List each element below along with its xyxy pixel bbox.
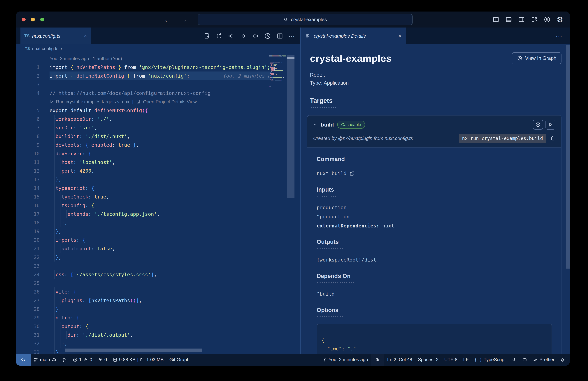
blame-line[interactable]: You, 3 minutes ago | 1 author (You) (16, 54, 270, 63)
code-line[interactable]: 20 imports: { (16, 236, 270, 244)
code-editor[interactable]: You, 3 minutes ago | 1 author (You)1impo… (16, 53, 300, 354)
notifications-status[interactable] (557, 354, 570, 366)
target-card-header[interactable]: build Cacheable (307, 115, 561, 148)
code-line[interactable]: 25 (16, 279, 270, 288)
external-link-icon[interactable] (349, 171, 355, 176)
code-line[interactable]: 6 workspaceDir: './', (16, 115, 270, 123)
code-line[interactable]: 3 (16, 80, 270, 89)
eol-status[interactable]: LF (460, 354, 472, 366)
indentation-status[interactable]: Spaces: 2 (415, 354, 441, 366)
code-line[interactable]: 22 }, (16, 253, 270, 262)
split-editor-icon[interactable] (276, 32, 283, 40)
back-arrow-icon[interactable]: ← (164, 16, 171, 23)
indent-guide (66, 331, 67, 339)
minimap-line (269, 87, 286, 87)
zoom-status[interactable] (371, 354, 384, 366)
forward-arrow-icon[interactable]: → (180, 16, 187, 23)
remote-indicator[interactable] (16, 354, 31, 366)
code-line[interactable]: 9 devtools: { enabled: true }, (16, 141, 270, 149)
close-tab-icon[interactable]: × (84, 33, 87, 39)
code-line[interactable]: 10 devServer: { (16, 149, 270, 158)
code-line[interactable]: 17 extends: './tsconfig.app.json', (16, 210, 270, 218)
code-line[interactable]: 18 }, (16, 218, 270, 227)
vertical-scrollbar[interactable] (287, 55, 294, 198)
copilot-icon (522, 357, 527, 362)
code-line[interactable]: 12 port: 4200, (16, 166, 270, 175)
panel-more-actions-icon[interactable]: ⋯ (556, 27, 563, 44)
zoom-window-button[interactable] (40, 18, 44, 22)
horizontal-scrollbar[interactable] (65, 349, 202, 352)
code-line[interactable]: 5export default defineNuxtConfig({ (16, 106, 270, 115)
source-control-graph-button[interactable] (59, 354, 70, 366)
file-size-status[interactable]: 9.88 KB | 1.03 MB (110, 354, 167, 366)
toggle-panel-icon[interactable] (505, 16, 512, 23)
options-json-block[interactable]: { "cwd": "."} (317, 324, 552, 354)
nx-run-command-chip[interactable]: nx run crystal-examples:build (459, 134, 546, 143)
ports-status[interactable]: 0 (95, 354, 110, 366)
collapse-chevron-icon[interactable] (313, 123, 317, 127)
tab-project-details[interactable]: crystal-examples Details × (301, 27, 406, 44)
problems-status[interactable]: 1 0 (70, 354, 95, 366)
run-target-button[interactable] (546, 120, 555, 130)
command-center-search[interactable]: crystal-examples (198, 14, 413, 25)
previous-change-icon[interactable] (228, 32, 235, 40)
code-line[interactable]: 27 plugins: [nxViteTsPaths()], (16, 296, 270, 305)
settings-gear-icon[interactable]: ⚙ (556, 16, 563, 23)
copy-icon[interactable] (550, 136, 555, 141)
toggle-primary-sidebar-icon[interactable] (492, 16, 500, 23)
code-line[interactable]: 8 buildDir: './dist/.nuxt', (16, 132, 270, 141)
language-mode-status[interactable]: { } TypeScript (472, 354, 509, 366)
next-change-icon[interactable] (252, 32, 259, 40)
customize-layout-icon[interactable] (531, 16, 538, 23)
timeline-history-icon[interactable] (264, 32, 271, 40)
view-in-graph-button[interactable]: View In Graph (512, 52, 562, 64)
panel-scrollbar[interactable] (566, 45, 570, 269)
line-content: You, 3 minutes ago | 1 author (You) (49, 54, 270, 63)
toggle-secondary-sidebar-icon[interactable] (518, 16, 525, 23)
breadcrumb-file[interactable]: nuxt.config.ts (32, 46, 59, 51)
cursor-position-status[interactable]: Ln 2, Col 48 (384, 354, 415, 366)
blame-status[interactable]: You, 2 minutes ago (319, 354, 371, 366)
code-line[interactable]: 1import { nxViteTsPaths } from '@nx/vite… (16, 63, 270, 71)
code-line[interactable]: 2import { defineNuxtConfig } from 'nuxt/… (16, 71, 270, 80)
code-line[interactable]: 13 }, (16, 175, 270, 184)
refresh-icon[interactable] (215, 32, 223, 40)
code-line[interactable]: 15 typeCheck: true, (16, 192, 270, 201)
code-line[interactable]: 31 dir: './dist/.output', (16, 331, 270, 339)
code-line[interactable]: 7 srcDir: 'src', (16, 123, 270, 132)
code-line[interactable]: 21 autoImport: false, (16, 244, 270, 253)
tab-nuxt-config[interactable]: TS nuxt.config.ts × (21, 27, 91, 44)
code-line[interactable]: 30 output: { (16, 322, 270, 331)
lens-line[interactable]: Run crystal-examples targets via nx|Open… (16, 97, 270, 106)
code-line[interactable]: 32 }, (16, 339, 270, 348)
git-branch-status[interactable]: main (31, 354, 59, 366)
breadcrumb-more[interactable]: ... (64, 46, 68, 51)
gitlens-status[interactable] (509, 354, 519, 366)
code-line[interactable]: 26 vite: { (16, 288, 270, 296)
code-line[interactable]: 11 host: 'localhost', (16, 158, 270, 166)
code-line[interactable]: 14 typescript: { (16, 184, 270, 192)
code-line[interactable]: 19 }, (16, 227, 270, 236)
code-line[interactable]: 23 (16, 262, 270, 270)
minimap-line (269, 66, 286, 66)
minimize-window-button[interactable] (31, 18, 35, 22)
code-line[interactable]: 16 tsConfig: { (16, 201, 270, 210)
code-line[interactable]: 24 css: ['~/assets/css/styles.scss'], (16, 270, 270, 279)
code-line[interactable]: 28 }, (16, 305, 270, 313)
encoding-status[interactable]: UTF-8 (441, 354, 460, 366)
breadcrumb[interactable]: TS nuxt.config.ts › ... (16, 44, 300, 53)
more-actions-icon[interactable]: ⋯ (288, 32, 295, 40)
open-changes-icon[interactable] (203, 32, 210, 40)
minimap[interactable] (269, 55, 286, 88)
code-line[interactable]: 4// https://nuxt.com/docs/api/configurat… (16, 89, 270, 97)
code-line[interactable]: 29 nitro: { (16, 313, 270, 322)
git-graph-button[interactable]: Git Graph (167, 354, 192, 366)
line-number: 17 (16, 210, 49, 218)
formatter-status[interactable]: Prettier (530, 354, 557, 366)
view-target-in-graph-button[interactable] (533, 120, 543, 130)
copilot-status[interactable] (519, 354, 530, 366)
close-panel-tab-icon[interactable]: × (398, 33, 401, 39)
account-icon[interactable] (544, 16, 551, 23)
close-window-button[interactable] (22, 18, 25, 22)
current-change-icon[interactable] (240, 32, 247, 40)
